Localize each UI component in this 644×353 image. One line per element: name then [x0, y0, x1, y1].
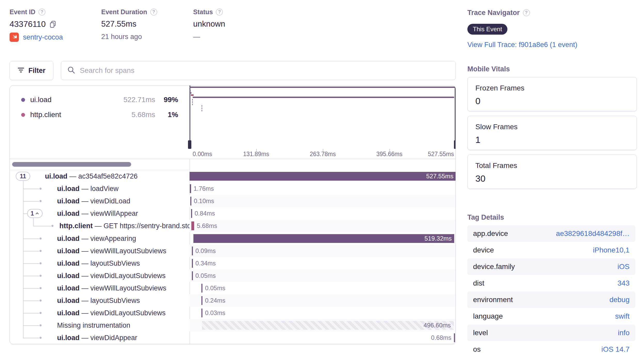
span-bar[interactable]: 519.32ms: [193, 234, 454, 243]
tree-row[interactable]: Missing instrumentation: [10, 319, 190, 332]
waterfall-row[interactable]: 1.76ms: [190, 182, 456, 195]
vital-card: Frozen Frames0: [467, 77, 637, 111]
tree-row[interactable]: ui.load — viewDidLoad: [10, 195, 190, 207]
legend-row[interactable]: http.client5.68ms1%: [10, 107, 190, 122]
tree-row[interactable]: 11ui.load — ac354af5e82c4726: [10, 170, 190, 182]
tag-value-link[interactable]: 343: [617, 279, 630, 287]
tree-row[interactable]: ui.load — layoutSubViews: [10, 294, 190, 307]
tree-row[interactable]: ui.load — viewWillLayoutSubviews: [10, 245, 190, 257]
tree-row[interactable]: 1 ui.load — viewWillAppear: [10, 207, 190, 220]
tree-node-dot: [40, 262, 42, 264]
tree-row[interactable]: ui.load — viewDidAppear: [10, 332, 190, 344]
waterfall-row[interactable]: 496.60ms: [190, 319, 456, 332]
span-bar-tick[interactable]: [191, 221, 194, 230]
waterfall-row[interactable]: 0.09ms: [190, 245, 456, 257]
span-bar-tick[interactable]: [192, 247, 193, 255]
trace-minimap[interactable]: [190, 86, 456, 149]
filter-button[interactable]: Filter: [10, 61, 53, 80]
tag-value-link[interactable]: ae3829618d484298f…: [556, 229, 630, 238]
span-bar-tick[interactable]: [201, 284, 202, 293]
waterfall-row[interactable]: 5.68ms: [190, 220, 456, 232]
waterfall-row[interactable]: 0.03ms: [190, 307, 456, 319]
tree-node-dot: [40, 275, 42, 277]
tag-value-link[interactable]: debug: [609, 296, 630, 304]
span-bar-tick[interactable]: [201, 309, 202, 317]
waterfall-row[interactable]: 0.05ms: [190, 270, 456, 282]
swift-platform-icon: [10, 33, 19, 42]
tag-value-link[interactable]: info: [618, 329, 630, 337]
tree-row[interactable]: ui.load — viewAppearing: [10, 232, 190, 245]
span-label: ui.load — viewWillAppear: [57, 210, 138, 218]
span-label: ui.load — layoutSubViews: [57, 297, 140, 305]
tag-value-link[interactable]: iOS 14.7: [601, 345, 630, 353]
tree-row[interactable]: http.client — GET https://sentry-brand.s…: [10, 220, 190, 232]
legend-row[interactable]: ui.load522.71ms99%: [10, 92, 190, 107]
waterfall-row[interactable]: 527.55ms: [190, 170, 456, 182]
trace-waterfall-panel: ui.load522.71ms99%http.client5.68ms1% 0.…: [10, 85, 456, 344]
waterfall-row[interactable]: 0.10ms: [190, 195, 456, 207]
waterfall-row[interactable]: 0.05ms: [190, 282, 456, 294]
span-children-badge-expanded[interactable]: 1: [27, 209, 43, 218]
vital-card-value: 30: [475, 173, 629, 184]
minimap-handle-left[interactable]: [188, 140, 191, 149]
status-sub: —: [193, 33, 200, 41]
copy-icon[interactable]: [49, 20, 57, 28]
project-link[interactable]: sentry-cocoa: [23, 33, 63, 41]
tag-row: levelinfo: [467, 325, 635, 341]
legend-op-dot: [21, 113, 25, 117]
span-label: ui.load — ac354af5e82c4726: [45, 172, 138, 180]
help-icon[interactable]: ?: [38, 9, 45, 16]
vital-card-title: Frozen Frames: [475, 84, 629, 92]
help-icon[interactable]: ?: [216, 9, 223, 16]
span-tree: 11ui.load — ac354af5e82c4726ui.load — lo…: [10, 170, 190, 344]
span-duration-label: 0.03ms: [205, 309, 225, 317]
tag-value-link[interactable]: iPhone10,1: [593, 246, 630, 254]
tag-key: dist: [473, 279, 484, 287]
view-full-trace-link[interactable]: View Full Trace: f901a8e6 (1 event): [467, 41, 577, 49]
tag-value-link[interactable]: iOS: [617, 263, 630, 271]
tree-row[interactable]: ui.load — viewDidLayoutSubviews: [10, 270, 190, 282]
mobile-vitals-title: Mobile Vitals: [467, 65, 510, 73]
waterfall-row[interactable]: 0.84ms: [190, 207, 456, 220]
search-icon: [67, 66, 75, 75]
minimap-selection-right[interactable]: [455, 86, 455, 149]
horizontal-scrollbar[interactable]: [12, 162, 131, 167]
vital-card: Total Frames30: [467, 155, 637, 189]
tag-value-link[interactable]: swift: [615, 312, 630, 320]
event-id-block: Event ID ? 43376110 sentry-cocoa: [10, 8, 63, 42]
waterfall-row[interactable]: 0.24ms: [190, 294, 456, 307]
span-bar-tick[interactable]: [191, 209, 192, 218]
event-duration-label: Event Duration: [101, 8, 147, 16]
minimap-selection-left[interactable]: [190, 86, 190, 149]
missing-instrumentation-bar[interactable]: 496.60ms: [202, 321, 454, 330]
span-label: ui.load — loadView: [57, 185, 119, 193]
span-bar-tick[interactable]: [454, 333, 455, 342]
search-input[interactable]: [80, 66, 449, 75]
minimap-span-mark: [193, 97, 454, 98]
span-waterfall: 527.55ms1.76ms0.10ms0.84ms5.68ms519.32ms…: [190, 170, 456, 344]
minimap-handle-right[interactable]: [454, 140, 456, 149]
tree-row[interactable]: ui.load — viewWillLayoutSubviews: [10, 282, 190, 294]
tag-row: device.familyiOS: [467, 258, 635, 275]
span-duration-label: 0.05ms: [205, 285, 225, 292]
tree-row[interactable]: ui.load — viewDidLayoutSubviews: [10, 307, 190, 319]
axis-tick-label: 0.00ms: [193, 151, 212, 158]
span-label: ui.load — viewDidLayoutSubviews: [57, 272, 166, 280]
waterfall-row[interactable]: 0.68ms: [190, 332, 456, 344]
span-children-badge[interactable]: 11: [16, 172, 30, 181]
span-bar-tick[interactable]: [190, 184, 191, 193]
span-bar-tick[interactable]: [201, 296, 202, 305]
span-bar-tick[interactable]: [190, 197, 191, 205]
waterfall-row[interactable]: 519.32ms: [190, 232, 456, 245]
span-bar-tick[interactable]: [192, 271, 193, 280]
help-icon[interactable]: ?: [150, 9, 157, 16]
legend-op-duration: 522.71ms: [123, 96, 155, 104]
span-duration-label: 0.10ms: [194, 197, 214, 205]
waterfall-row[interactable]: 0.34ms: [190, 257, 456, 270]
span-bar[interactable]: 527.55ms: [190, 172, 456, 181]
span-bar-tick[interactable]: [192, 259, 193, 268]
tree-row[interactable]: ui.load — layoutSubViews: [10, 257, 190, 270]
span-duration-label: 5.68ms: [197, 222, 217, 229]
tree-row[interactable]: ui.load — loadView: [10, 182, 190, 195]
help-icon[interactable]: ?: [523, 9, 530, 16]
